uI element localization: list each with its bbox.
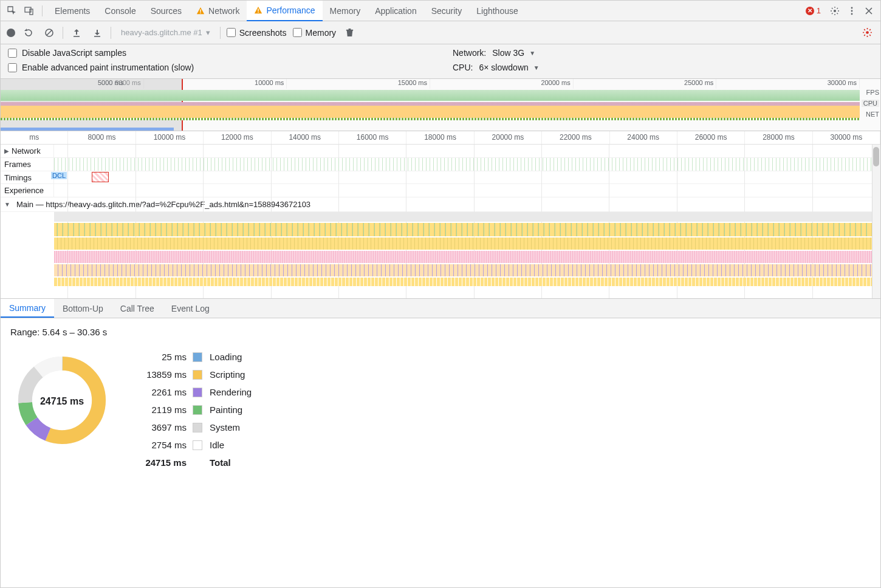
tab-console[interactable]: Console <box>97 1 143 21</box>
timeline-tick: 30000 ms <box>813 131 880 144</box>
details-tab-bottom-up[interactable]: Bottom-Up <box>54 299 112 318</box>
disable-js-input[interactable] <box>8 49 17 58</box>
memory-label: Memory <box>306 28 337 38</box>
tab-application[interactable]: Application <box>368 1 424 21</box>
download-icon[interactable] <box>90 26 105 40</box>
reload-icon[interactable] <box>21 26 36 40</box>
network-label: Network: <box>453 48 486 58</box>
screenshots-checkbox[interactable]: Screenshots <box>227 28 287 38</box>
error-icon: ✕ <box>806 7 814 15</box>
overview-minimap[interactable]: 5000 ms10000 ms15000 ms20000 ms25000 ms3… <box>1 79 880 131</box>
more-icon[interactable] <box>844 3 860 19</box>
overview-tick: 15000 ms <box>287 79 430 89</box>
legend-ms: 3697 ms <box>138 422 187 432</box>
timings-track[interactable]: Timings DCL <box>1 171 880 184</box>
network-select[interactable]: Slow 3G ▼ <box>492 48 535 58</box>
frames-track-label: Frames <box>4 160 31 169</box>
timeline-tick: 24000 ms <box>610 131 677 144</box>
capture-settings-icon[interactable] <box>860 26 874 40</box>
tab-memory[interactable]: Memory <box>323 1 368 21</box>
legend-label: Idle <box>210 440 252 450</box>
timeline-tick: 22000 ms <box>542 131 609 144</box>
legend-ms: 2754 ms <box>138 440 187 450</box>
tab-sources[interactable]: Sources <box>143 1 189 21</box>
summary-panel: Range: 5.64 s – 30.36 s 24715 ms 25 msLo… <box>1 318 880 587</box>
range-text: Range: 5.64 s – 30.36 s <box>10 327 871 337</box>
donut-center-value: 24715 ms <box>40 396 84 407</box>
error-count[interactable]: ✕ 1 <box>806 6 821 15</box>
overview-tick: 5000 ms <box>98 79 123 86</box>
main-track-header[interactable]: ▼ Main — https://heavy-ads.glitch.me/?ad… <box>1 197 880 212</box>
svg-rect-5 <box>258 12 259 12</box>
overview-tick: 30000 ms <box>716 79 860 89</box>
error-count-value: 1 <box>817 6 821 15</box>
tab-network[interactable]: Network <box>189 1 247 21</box>
flamechart-area[interactable]: ▶Network Frames Timings DCL Experience ▼… <box>1 145 880 299</box>
profile-select[interactable]: heavy-ads.glitch.me #1 ▾ <box>117 27 214 38</box>
svg-point-7 <box>851 7 853 9</box>
close-icon[interactable] <box>861 3 877 19</box>
chevron-right-icon[interactable]: ▶ <box>4 148 9 154</box>
timeline-tick: 16000 ms <box>339 131 406 144</box>
memory-checkbox[interactable]: Memory <box>293 28 337 38</box>
legend-swatch <box>193 352 202 362</box>
performance-toolbar: heavy-ads.glitch.me #1 ▾ Screenshots Mem… <box>1 21 880 44</box>
timeline-tick: 10000 ms <box>136 131 204 144</box>
record-button[interactable] <box>7 29 15 37</box>
cpu-band-label: CPU <box>862 100 879 107</box>
capture-options: Disable JavaScript samples Network: Slow… <box>1 44 880 79</box>
lcp-marker[interactable] <box>92 172 109 182</box>
timeline-ruler[interactable]: ms8000 ms10000 ms12000 ms14000 ms16000 m… <box>1 131 880 145</box>
chevron-down-icon[interactable]: ▼ <box>4 201 10 208</box>
device-toggle-icon[interactable] <box>21 3 37 19</box>
trash-icon[interactable] <box>342 26 357 40</box>
upload-icon[interactable] <box>69 26 84 40</box>
legend-swatch <box>193 423 202 432</box>
legend-ms: 13859 ms <box>138 369 187 380</box>
frames-track[interactable]: Frames <box>1 158 880 171</box>
clear-icon[interactable] <box>42 26 57 40</box>
enable-paint-checkbox[interactable]: Enable advanced paint instrumentation (s… <box>8 63 428 72</box>
experience-track[interactable]: Experience <box>1 184 880 197</box>
svg-point-8 <box>851 10 853 12</box>
enable-paint-input[interactable] <box>8 63 17 72</box>
tab-lighthouse[interactable]: Lighthouse <box>469 1 526 21</box>
tab-elements[interactable]: Elements <box>47 1 97 21</box>
summary-legend: 25 msLoading13859 msScripting2261 msRend… <box>138 352 252 468</box>
tab-label: Security <box>431 6 462 16</box>
inspect-icon[interactable] <box>4 3 20 19</box>
timings-track-label: Timings <box>4 173 32 182</box>
svg-point-11 <box>866 31 869 34</box>
network-track-label: Network <box>12 146 41 156</box>
settings-icon[interactable] <box>827 3 843 19</box>
chevron-down-icon: ▼ <box>533 64 540 71</box>
main-track[interactable] <box>1 212 880 291</box>
screenshots-input[interactable] <box>227 28 236 37</box>
tab-label: Elements <box>55 6 90 16</box>
legend-label: Scripting <box>210 369 252 380</box>
tab-label: Application <box>375 6 417 16</box>
disable-js-checkbox[interactable]: Disable JavaScript samples <box>8 48 428 58</box>
details-tab-call-tree[interactable]: Call Tree <box>112 299 163 318</box>
tab-label: Network <box>208 6 239 16</box>
network-track[interactable]: ▶Network <box>1 145 880 158</box>
dcl-marker[interactable]: DCL <box>51 172 67 179</box>
legend-swatch <box>193 440 202 450</box>
tab-security[interactable]: Security <box>424 1 470 21</box>
chevron-down-icon: ▼ <box>529 50 535 56</box>
cpu-band <box>1 102 860 118</box>
vertical-scrollbar[interactable] <box>872 145 880 298</box>
scrollbar-thumb[interactable] <box>873 147 879 166</box>
legend-swatch <box>193 370 202 380</box>
timeline-tick: ms <box>1 131 68 144</box>
tab-label: Memory <box>330 6 361 16</box>
memory-input[interactable] <box>293 28 302 37</box>
tab-performance[interactable]: Performance <box>247 1 322 21</box>
legend-swatch <box>193 405 202 415</box>
details-tab-event-log[interactable]: Event Log <box>163 299 218 318</box>
details-tab-summary[interactable]: Summary <box>1 299 54 318</box>
network-value: Slow 3G <box>492 48 524 58</box>
profile-select-value: heavy-ads.glitch.me #1 <box>121 28 202 37</box>
cpu-select[interactable]: 6× slowdown ▼ <box>479 63 539 72</box>
main-prefix: Main — <box>16 200 46 209</box>
